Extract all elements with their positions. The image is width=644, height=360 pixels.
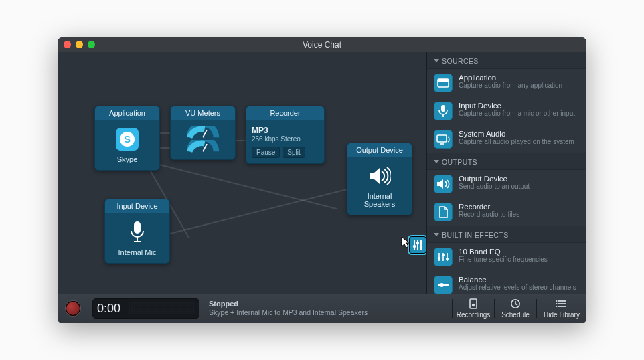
- library-group-header[interactable]: BUILT-IN EFFECTS: [427, 226, 586, 243]
- close-icon[interactable]: [64, 41, 71, 48]
- svg-point-28: [446, 258, 449, 260]
- status-panel: Stopped Skype + Internal Mic to MP3 and …: [209, 299, 368, 318]
- svg-marker-5: [370, 168, 380, 184]
- dragging-effect-chip[interactable]: [408, 235, 427, 255]
- node-output-label: Internal Speakers: [351, 192, 408, 208]
- record-icon: [66, 301, 80, 316]
- node-vumeters[interactable]: VU Meters: [170, 106, 236, 160]
- library-item-desc: Capture audio from any application: [459, 82, 562, 90]
- svg-point-27: [442, 254, 445, 256]
- sliders-icon: [412, 239, 424, 251]
- svg-line-37: [515, 304, 517, 305]
- node-input-label: Internal Mic: [109, 248, 165, 256]
- chevron-down-icon: [434, 160, 439, 163]
- library-item-desc: Capture audio from a mic or other input: [459, 110, 575, 118]
- library-item[interactable]: Input DeviceCapture audio from a mic or …: [427, 97, 586, 125]
- library-item[interactable]: Output DeviceSend audio to an output: [427, 170, 586, 198]
- file-icon: [434, 203, 453, 221]
- window-title: Voice Chat: [58, 40, 586, 50]
- library-group-header[interactable]: OUTPUTS: [427, 153, 586, 170]
- titlebar: Voice Chat: [58, 37, 586, 52]
- library-item-title: Recorder: [459, 203, 519, 211]
- library-item[interactable]: BalanceAdjust relative levels of stereo …: [427, 271, 586, 294]
- chevron-down-icon: [434, 59, 439, 62]
- clock-icon: [509, 298, 521, 309]
- sys-icon: [434, 130, 453, 149]
- svg-point-14: [420, 245, 422, 248]
- node-application[interactable]: Application S Skype: [94, 106, 160, 171]
- svg-point-12: [416, 241, 419, 244]
- recorder-split-button[interactable]: Split: [283, 147, 305, 158]
- library-item-title: Application: [459, 74, 562, 82]
- bal-icon: [434, 276, 453, 294]
- app-icon: [434, 74, 453, 92]
- svg-point-10: [413, 244, 416, 247]
- svg-point-41: [556, 300, 558, 302]
- recorder-bitrate: 256 kbps Stereo: [252, 135, 319, 143]
- recorder-pause-button[interactable]: Pause: [252, 147, 280, 158]
- library-item-desc: Capture all audio played on the system: [459, 138, 574, 147]
- node-application-title: Application: [95, 106, 159, 120]
- elapsed-time: 0:00: [97, 302, 120, 316]
- svg-marker-22: [437, 179, 443, 189]
- library-item-desc: Fine-tune specific frequencies: [459, 256, 548, 264]
- library-item[interactable]: RecorderRecord audio to files: [427, 198, 586, 226]
- svg-rect-6: [134, 221, 141, 234]
- skype-icon: S: [99, 126, 155, 153]
- node-recorder[interactable]: Recorder MP3 256 kbps Stereo Pause Split: [246, 106, 325, 164]
- footer-toolbar: 0:00 Stopped Skype + Internal Mic to MP3…: [58, 294, 586, 323]
- recordings-button[interactable]: Recordings: [453, 298, 494, 319]
- svg-rect-17: [438, 79, 449, 82]
- node-application-label: Skype: [99, 155, 155, 163]
- library-group-title: SOURCES: [442, 57, 479, 65]
- library-item-desc: Adjust relative levels of stereo channel…: [459, 284, 576, 292]
- speaker-icon: [351, 163, 408, 189]
- library-item-title: System Audio: [459, 130, 574, 138]
- microphone-icon: [109, 219, 165, 246]
- svg-point-30: [440, 283, 444, 287]
- recordings-icon: [467, 298, 479, 309]
- pipeline-canvas[interactable]: Application S Skype VU Meters: [58, 52, 427, 294]
- status-description: Skype + Internal Mic to MP3 and Internal…: [209, 308, 368, 318]
- library-item-title: 10 Band EQ: [459, 248, 548, 256]
- svg-point-42: [556, 303, 558, 304]
- recorder-format: MP3: [252, 126, 319, 135]
- node-output-title: Output Device: [347, 143, 412, 157]
- record-button[interactable]: [58, 294, 88, 323]
- library-item-desc: Record audio to files: [459, 211, 519, 219]
- node-input-title: Input Device: [105, 199, 169, 213]
- svg-rect-18: [441, 105, 445, 112]
- library-item[interactable]: System AudioCapture all audio played on …: [427, 125, 586, 153]
- svg-point-26: [438, 257, 440, 260]
- chevron-down-icon: [434, 233, 439, 236]
- node-input-device[interactable]: Input Device Internal Mic: [104, 199, 170, 264]
- window-controls: [64, 41, 95, 48]
- timer-display: 0:00: [92, 298, 199, 319]
- node-vumeters-title: VU Meters: [171, 106, 235, 120]
- minimize-icon[interactable]: [76, 41, 83, 48]
- library-group-header[interactable]: SOURCES: [427, 52, 586, 69]
- node-recorder-title: Recorder: [246, 106, 324, 120]
- eq10-icon: [434, 248, 453, 266]
- hide-library-button[interactable]: Hide Library: [537, 298, 586, 319]
- library-item[interactable]: ApplicationCapture audio from any applic…: [427, 69, 586, 97]
- node-output-device[interactable]: Output Device Internal Speakers: [347, 143, 412, 215]
- library-item-title: Balance: [459, 276, 576, 284]
- svg-rect-20: [437, 135, 447, 142]
- svg-point-34: [472, 304, 475, 306]
- level-grid-icon: [129, 302, 195, 314]
- zoom-icon[interactable]: [88, 41, 95, 48]
- svg-text:S: S: [124, 133, 131, 145]
- status-title: Stopped: [209, 299, 368, 308]
- library-sidebar[interactable]: SOURCESApplicationCapture audio from any…: [427, 52, 586, 294]
- library-item-desc: Send audio to an output: [459, 183, 530, 191]
- schedule-button[interactable]: Schedule: [495, 298, 536, 319]
- library-item-title: Output Device: [459, 175, 530, 183]
- list-icon: [556, 298, 568, 309]
- library-item[interactable]: 10 Band EQFine-tune specific frequencies: [427, 243, 586, 271]
- library-group-title: BUILT-IN EFFECTS: [442, 231, 509, 239]
- main-area: Application S Skype VU Meters: [58, 52, 586, 294]
- vumeter-icon: [175, 126, 231, 153]
- spk-icon: [434, 175, 453, 193]
- library-item-title: Input Device: [459, 102, 575, 110]
